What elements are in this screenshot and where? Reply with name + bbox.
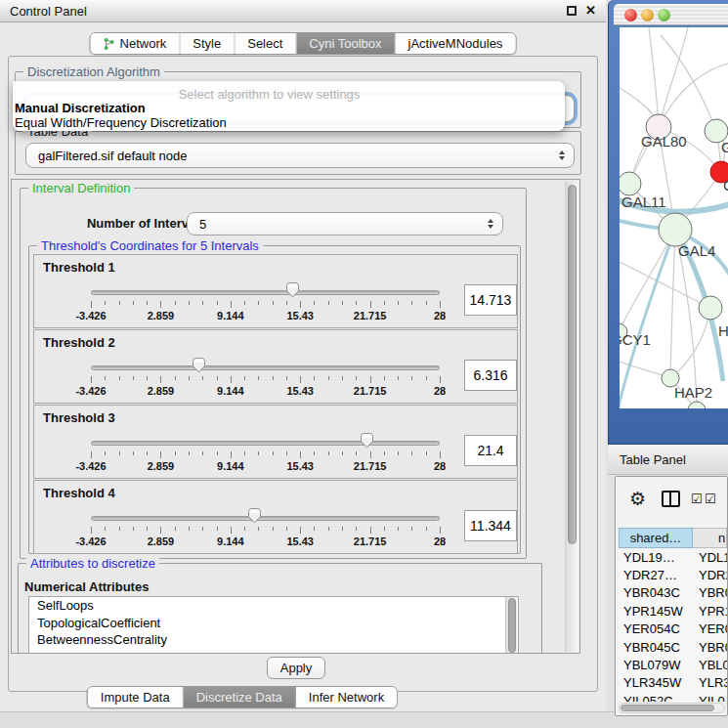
network-icon	[104, 37, 115, 51]
threshold-value-field[interactable]: 6.316	[464, 360, 517, 391]
tab-label: jActiveMNodules	[408, 33, 503, 54]
checkbox-icon[interactable]: ☑	[691, 492, 703, 506]
tab-cyni-toolbox[interactable]: Cyni Toolbox	[296, 33, 395, 54]
tick-mark	[314, 527, 315, 531]
float-window-icon[interactable]	[567, 6, 577, 16]
tick-mark	[175, 376, 176, 380]
node-label-gal4: GAL4	[678, 242, 715, 259]
tick-mark	[105, 301, 106, 305]
tick-mark	[105, 376, 106, 380]
tick-mark	[217, 527, 218, 531]
tick-mark	[314, 376, 315, 380]
network-canvas[interactable]: GAL80GALCGAL11GAL4GCY1HHAP2	[620, 27, 728, 408]
tick-mark	[300, 451, 301, 458]
table-row[interactable]: YBR045CYBR0	[619, 638, 727, 656]
apply-button[interactable]: Apply	[267, 657, 325, 679]
algorithm-option-manual-discretization[interactable]: Manual Discretization	[15, 102, 563, 116]
slider-thumb[interactable]	[285, 281, 300, 298]
slider-track[interactable]	[91, 290, 440, 295]
tick-mark	[231, 527, 232, 534]
table-row[interactable]: YBR043CYBR0	[619, 584, 727, 602]
interval-definition-group: Interval Definition Number of Intervals …	[20, 188, 527, 559]
number-of-intervals-combobox[interactable]: 5	[187, 212, 503, 236]
network-edge	[670, 230, 675, 378]
list-item-betweennesscentrality[interactable]: BetweennessCentrality	[29, 631, 518, 649]
network-view-window: GAL80GALCGAL11GAL4GCY1HHAP2	[608, 0, 728, 445]
threshold-value-field[interactable]: 21.4	[464, 435, 517, 466]
slider-track[interactable]	[91, 365, 440, 370]
tick-mark	[440, 527, 441, 534]
tick-mark	[273, 301, 274, 305]
slider-track[interactable]	[91, 516, 440, 521]
table-row[interactable]: YLR345WYLR3	[619, 674, 727, 692]
tick-mark	[300, 527, 301, 534]
settings-scrollbar[interactable]	[565, 181, 578, 652]
tab-jactivemnodules[interactable]: jActiveMNodules	[396, 33, 516, 54]
split-columns-icon[interactable]	[662, 491, 680, 507]
threshold-value-field[interactable]: 11.344	[464, 510, 517, 541]
table-cell: YIL0	[693, 694, 727, 702]
table-row[interactable]: YIL052CYIL0	[619, 692, 727, 702]
mac-zoom-icon[interactable]	[658, 9, 670, 21]
node-label-h: H	[718, 322, 728, 339]
tab-infer-network[interactable]: Infer Network	[296, 687, 397, 707]
table-hscrollbar[interactable]	[619, 703, 725, 713]
network-node-green[interactable]	[699, 296, 722, 320]
table-cell: YER054C	[619, 621, 693, 636]
table-hscrollbar-thumb[interactable]	[621, 705, 714, 711]
network-edge	[659, 63, 728, 127]
slider-thumb[interactable]	[192, 357, 206, 373]
numerical-attributes-list[interactable]: SelfLoopsTopologicalCoefficientBetweenne…	[28, 596, 519, 654]
checkbox-icon[interactable]: ☑	[705, 492, 716, 506]
tab-select[interactable]: Select	[235, 33, 296, 54]
tick-mark	[244, 527, 245, 531]
list-item-topologicalcoefficient[interactable]: TopologicalCoefficient	[29, 615, 518, 632]
column-header-shared-[interactable]: shared…	[619, 528, 693, 548]
slider-thumb[interactable]	[360, 432, 374, 449]
control-panel-titlebar: Control Panel ✕	[0, 0, 606, 22]
tick-mark	[314, 451, 315, 455]
table-row[interactable]: YDR27…YDR2	[619, 566, 727, 583]
network-node-green[interactable]	[659, 213, 692, 246]
tab-network[interactable]: Network	[91, 33, 181, 54]
tick-mark	[273, 527, 274, 531]
table-row[interactable]: YER054CYER0	[619, 621, 727, 638]
list-item-selfloops[interactable]: SelfLoops	[29, 597, 518, 615]
tick-mark	[370, 527, 371, 534]
gear-icon[interactable]: ⚙	[629, 490, 646, 508]
list-scrollbar-thumb[interactable]	[508, 598, 516, 653]
tick-label: 2.859	[148, 310, 175, 321]
table-cell: YPR145W	[619, 604, 693, 619]
table-row[interactable]: YPR145WYPR1	[619, 602, 727, 620]
slider-thumb[interactable]	[247, 507, 262, 524]
list-scrollbar[interactable]	[505, 597, 518, 654]
tick-label: 28	[434, 385, 446, 397]
table-toolbar: ⚙ ☑ ☑	[616, 477, 727, 526]
thresholds-group-label: Threshold's Coordinates for 5 Intervals	[37, 238, 263, 253]
close-icon[interactable]: ✕	[585, 5, 596, 17]
combo-spinner-icon	[488, 219, 493, 229]
tab-style[interactable]: Style	[180, 33, 235, 54]
table-panel-title: Table Panel	[620, 452, 686, 467]
network-node-green[interactable]	[620, 172, 641, 195]
threshold-value-field[interactable]: 14.713	[464, 284, 517, 316]
mac-minimize-icon[interactable]	[641, 9, 654, 21]
tick-mark	[119, 451, 120, 455]
algorithm-option-equal-width-frequency-discretization[interactable]: Equal Width/Frequency Discretization	[15, 116, 563, 131]
tick-mark	[91, 301, 92, 308]
threshold-panel-3: Threshold 3-3.4262.8599.14415.4321.71528…	[33, 405, 518, 479]
network-edge	[659, 27, 688, 127]
tab-impute-data[interactable]: Impute Data	[88, 687, 184, 707]
tab-discretize-data[interactable]: Discretize Data	[184, 687, 296, 707]
table-data-combobox[interactable]: galFiltered.sif default node	[25, 143, 575, 168]
slider-track[interactable]	[91, 441, 440, 446]
mac-close-icon[interactable]	[624, 9, 637, 21]
table-row[interactable]: YBL079WYBL0	[619, 656, 727, 673]
settings-scrollpane: Interval Definition Number of Intervals …	[11, 179, 580, 654]
table-row[interactable]: YDL19…YDL1	[619, 548, 727, 566]
tick-mark	[160, 451, 161, 458]
tick-mark	[147, 451, 148, 455]
tick-mark	[398, 451, 399, 455]
settings-scrollbar-thumb[interactable]	[568, 185, 577, 544]
column-header-n[interactable]: n	[693, 528, 727, 548]
